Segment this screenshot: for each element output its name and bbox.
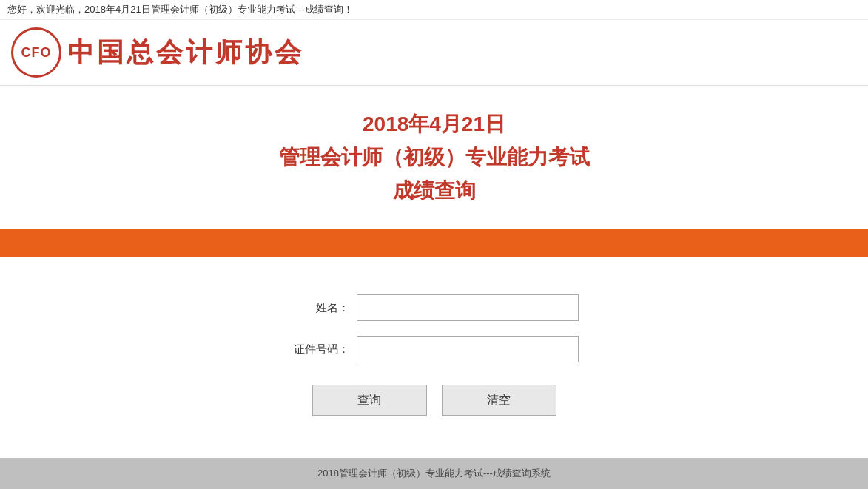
query-button[interactable]: 查询 (312, 385, 427, 416)
title-line1: 2018年4月21日 (363, 112, 505, 135)
title-line3: 成绩查询 (393, 179, 476, 202)
name-label: 姓名： (290, 301, 349, 315)
clear-button[interactable]: 清空 (442, 385, 556, 416)
page-title-block: 2018年4月21日 管理会计师（初级）专业能力考试 成绩查询 (279, 108, 590, 207)
main-content: 2018年4月21日 管理会计师（初级）专业能力考试 成绩查询 姓名： 证件号码… (0, 86, 868, 458)
logo-container: CFO 中国总会计师协会 (11, 27, 304, 78)
id-row: 证件号码： (290, 336, 579, 362)
header: CFO 中国总会计师协会 (0, 20, 868, 86)
orange-banner (0, 229, 868, 257)
query-form: 姓名： 证件号码： 查询 清空 (290, 294, 579, 416)
footer-text: 2018管理会计师（初级）专业能力考试---成绩查询系统 (317, 468, 551, 479)
name-input[interactable] (357, 294, 579, 321)
button-row: 查询 清空 (312, 385, 556, 416)
notice-text: 您好，欢迎光临，2018年4月21日管理会计师（初级）专业能力考试---成绩查询… (7, 4, 353, 15)
page-title: 2018年4月21日 管理会计师（初级）专业能力考试 成绩查询 (279, 108, 590, 207)
name-row: 姓名： (290, 294, 579, 321)
footer: 2018管理会计师（初级）专业能力考试---成绩查询系统 (0, 458, 868, 489)
logo-text: 中国总会计师协会 (67, 35, 304, 71)
title-line2: 管理会计师（初级）专业能力考试 (279, 146, 590, 169)
cfo-label: CFO (21, 45, 52, 61)
id-input[interactable] (357, 336, 579, 362)
notice-bar: 您好，欢迎光临，2018年4月21日管理会计师（初级）专业能力考试---成绩查询… (0, 0, 868, 20)
cfo-badge: CFO (11, 27, 61, 78)
id-label: 证件号码： (290, 343, 349, 357)
